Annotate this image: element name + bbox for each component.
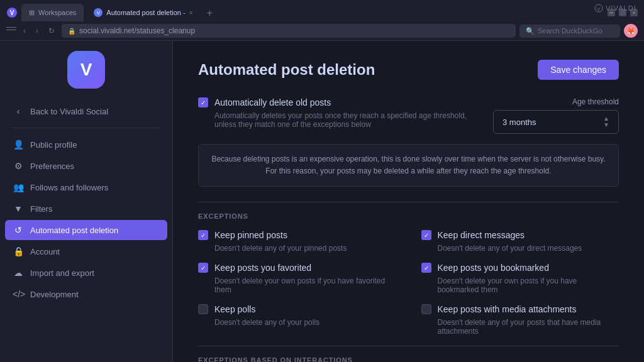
account-icon: 🔒 (13, 246, 24, 256)
keep-bookmarked-label: Keep posts you bookmarked (438, 263, 549, 273)
content-area: Automated post deletion Save changes ✓ A… (173, 41, 644, 362)
auto-delete-checkbox[interactable]: ✓ (198, 97, 208, 107)
public-profile-label: Public profile (30, 140, 77, 150)
address-bar[interactable]: 🔒 social.vivaldi.net/statuses_cleanup (62, 24, 516, 38)
vivaldi-logo-small: V (6, 7, 18, 18)
keep-direct-checkbox[interactable]: ✓ (421, 230, 431, 240)
search-icon: 🔍 (526, 27, 535, 35)
vivaldi-label: VIVALDI (606, 4, 636, 12)
age-threshold-select[interactable]: 3 months ▲ ▼ (493, 110, 619, 134)
sidebar-item-public-profile[interactable]: 👤 Public profile (5, 134, 167, 155)
back-nav-label: Back to Vivaldi Social (30, 107, 108, 116)
exception-keep-direct: ✓ Keep direct messages Doesn't delete an… (421, 230, 619, 253)
development-icon: </> (13, 289, 24, 299)
keep-media-row: Keep posts with media attachments (421, 304, 619, 314)
nav-divider-1 (13, 128, 160, 128)
keep-pinned-checkbox[interactable]: ✓ (198, 230, 208, 240)
vivaldi-icon-big: V (67, 51, 105, 89)
follows-label: Follows and followers (30, 183, 108, 192)
exception-keep-polls: Keep polls Doesn't delete any of your po… (198, 304, 396, 336)
exception-keep-pinned: ✓ Keep pinned posts Doesn't delete any o… (198, 230, 396, 253)
auto-delete-checkbox-row: ✓ Automatically delete old posts (198, 97, 480, 107)
keep-polls-checkbox[interactable] (198, 304, 208, 314)
forward-btn[interactable]: › (33, 25, 42, 37)
keep-favorited-row: ✓ Keep posts you favorited (198, 263, 396, 273)
sidebar-item-auto-delete[interactable]: ↺ Automated post deletion (5, 220, 167, 240)
sidebar-nav: ‹ Back to Vivaldi Social 👤 Public profil… (0, 101, 172, 304)
sidebar-item-back[interactable]: ‹ Back to Vivaldi Social (5, 101, 167, 121)
exception-keep-media: Keep posts with media attachments Doesn'… (421, 304, 619, 336)
keep-media-label: Keep posts with media attachments (438, 304, 577, 314)
age-threshold-label: Age threshold (493, 97, 619, 106)
sidebar-item-development[interactable]: </> Development (5, 284, 167, 304)
vivaldi-v-letter: V (80, 60, 92, 80)
main-area: V ‹ Back to Vivaldi Social 👤 Public prof… (0, 41, 644, 362)
back-nav-icon: ‹ (13, 106, 24, 116)
page-header: Automated post deletion Save changes (198, 60, 619, 80)
tab-favicon: V (94, 8, 103, 17)
keep-direct-row: ✓ Keep direct messages (421, 230, 619, 240)
keep-bookmarked-row: ✓ Keep posts you bookmarked (421, 263, 619, 273)
sidebar-logo: V (0, 51, 172, 89)
save-changes-button[interactable]: Save changes (538, 60, 619, 80)
keep-direct-desc: Doesn't delete any of your direct messag… (438, 244, 619, 253)
keep-direct-label: Keep direct messages (438, 230, 525, 240)
browser-tabs: ⊞ Workspaces V Automated post deletion -… (21, 4, 604, 21)
auto-delete-desc: Automatically deletes your posts once th… (214, 111, 480, 129)
info-text: Because deleting posts is an expensive o… (210, 153, 607, 177)
workspaces-icon: ⊞ (29, 9, 35, 17)
lock-icon: 🔒 (68, 28, 75, 35)
sidebar-item-follows[interactable]: 👥 Follows and followers (5, 177, 167, 197)
search-bar[interactable]: 🔍 Search DuckDuckGo (519, 25, 620, 38)
select-arrows-icon: ▲ ▼ (603, 116, 609, 128)
sidebar-toggle-btn[interactable] (6, 27, 16, 35)
exceptions-grid: ✓ Keep pinned posts Doesn't delete any o… (198, 230, 619, 336)
sidebar-item-filters[interactable]: ▼ Filters (5, 199, 167, 219)
svg-text:V: V (597, 6, 601, 12)
age-threshold-value: 3 months (502, 118, 536, 127)
sidebar-item-import-export[interactable]: ☁ Import and export (5, 263, 167, 283)
auto-delete-icon: ↺ (13, 225, 24, 235)
browser-topbar: V ⊞ Workspaces V Automated post deletion… (0, 0, 644, 21)
svg-text:V: V (10, 9, 14, 16)
keep-pinned-row: ✓ Keep pinned posts (198, 230, 396, 240)
keep-polls-label: Keep polls (214, 304, 255, 314)
tab-close-btn[interactable]: × (189, 9, 193, 16)
keep-polls-desc: Doesn't delete any of your polls (214, 318, 396, 327)
exceptions-interactions-title: EXCEPTIONS BASED ON INTERACTIONS (198, 346, 619, 362)
back-btn[interactable]: ‹ (20, 25, 29, 37)
keep-bookmarked-checkbox[interactable]: ✓ (421, 263, 431, 273)
tab-workspaces-label: Workspaces (38, 9, 76, 16)
auto-delete-setting-row: ✓ Automatically delete old posts Automat… (198, 97, 619, 134)
keep-polls-row: Keep polls (198, 304, 396, 314)
age-threshold-section: Age threshold 3 months ▲ ▼ (493, 97, 619, 134)
address-url: social.vivaldi.net/statuses_cleanup (79, 26, 195, 35)
check-mark: ✓ (201, 99, 206, 106)
keep-bookmarked-desc: Doesn't delete your own posts if you hav… (438, 277, 619, 294)
keep-media-checkbox[interactable] (421, 304, 431, 314)
keep-favorited-checkbox[interactable]: ✓ (198, 263, 208, 273)
sidebar-item-preferences[interactable]: ⚙ Preferences (5, 156, 167, 176)
page-title: Automated post deletion (198, 61, 375, 79)
sidebar-item-account[interactable]: 🔒 Account (5, 241, 167, 261)
browser-toolbar: ‹ › ↻ 🔒 social.vivaldi.net/statuses_clea… (0, 21, 644, 41)
profile-icon: 👤 (13, 140, 24, 150)
import-export-label: Import and export (30, 268, 94, 278)
keep-media-desc: Doesn't delete any of your posts that ha… (438, 318, 619, 336)
filters-label: Filters (30, 204, 52, 214)
exception-keep-bookmarked: ✓ Keep posts you bookmarked Doesn't dele… (421, 263, 619, 294)
tab-active[interactable]: V Automated post deletion - × (86, 4, 200, 21)
browser-frame: V VIVALDI V ⊞ Workspaces V Automated pos… (0, 0, 644, 362)
keep-favorited-label: Keep posts you favorited (214, 263, 311, 273)
filters-icon: ▼ (13, 204, 24, 214)
preferences-icon: ⚙ (13, 161, 24, 171)
tab-active-label: Automated post deletion - (106, 9, 185, 16)
check-mark: ✓ (201, 232, 206, 239)
auto-delete-checkbox-label: Automatically delete old posts (214, 97, 331, 107)
check-mark: ✓ (424, 265, 429, 272)
tab-workspaces[interactable]: ⊞ Workspaces (21, 4, 84, 21)
user-avatar[interactable]: 🦊 (624, 24, 638, 38)
new-tab-button[interactable]: + (203, 5, 216, 21)
reload-btn[interactable]: ↻ (45, 25, 58, 37)
development-label: Development (30, 290, 79, 299)
